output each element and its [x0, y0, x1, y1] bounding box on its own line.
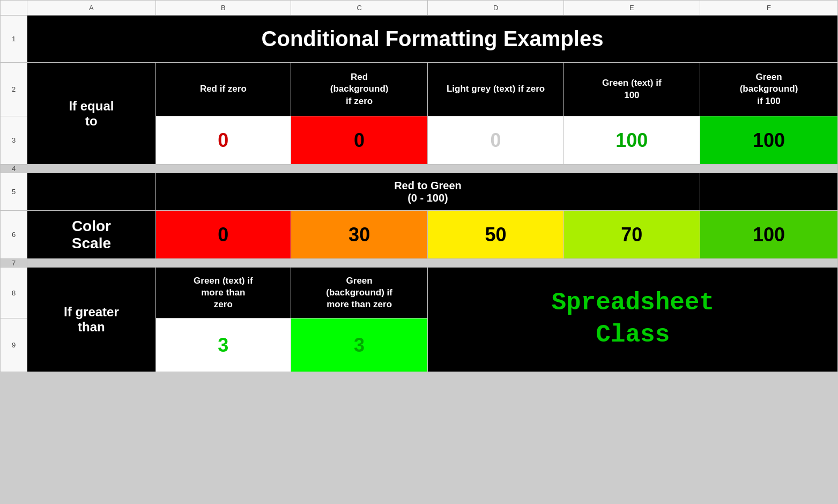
- cell-d3[interactable]: 0: [428, 116, 563, 165]
- cell-e3[interactable]: 100: [563, 116, 700, 165]
- section2-subtitle-row: 5 Red to Green(0 - 100): [1, 173, 838, 211]
- row-num-4: 4: [1, 165, 27, 173]
- cell-c6[interactable]: 30: [291, 211, 428, 259]
- col-header-f: F: [700, 1, 838, 16]
- col-b-header: Red if zero: [155, 63, 291, 116]
- cell-c9[interactable]: 3: [291, 318, 428, 372]
- section2-label: ColorScale: [27, 211, 156, 259]
- section2-values-row: 6 ColorScale 0 30 50 70 100: [1, 211, 838, 259]
- column-header-row: A B C D E F: [1, 1, 838, 16]
- divider-4: [27, 165, 838, 173]
- col-header-b: B: [155, 1, 291, 16]
- cell-b3[interactable]: 0: [155, 116, 291, 165]
- section1-header-row: 2 If equalto Red if zero Red(background)…: [1, 63, 838, 116]
- col-header-a: A: [27, 1, 156, 16]
- col-d-header: Light grey (text) if zero: [428, 63, 563, 116]
- divider-row-4: 4: [1, 165, 838, 173]
- title-cell: Conditional Formatting Examples: [27, 16, 838, 63]
- section1-label: If equalto: [27, 63, 156, 165]
- row-num-1: 1: [1, 16, 27, 63]
- row-num-9: 9: [1, 318, 27, 372]
- cell-b6[interactable]: 0: [155, 211, 291, 259]
- title-row: 1 Conditional Formatting Examples: [1, 16, 838, 63]
- corner-cell: [1, 1, 27, 16]
- cell-c3[interactable]: 0: [291, 116, 428, 165]
- col-header-c: C: [291, 1, 428, 16]
- col-b-header-3: Green (text) ifmore thanzero: [155, 268, 291, 318]
- col-c-header: Red(background)if zero: [291, 63, 428, 116]
- row-num-3: 3: [1, 116, 27, 165]
- section2-label-bg: [27, 173, 156, 211]
- col-header-d: D: [428, 1, 563, 16]
- cell-d6[interactable]: 50: [428, 211, 563, 259]
- logo-cell: SpreadsheetClass: [428, 268, 838, 372]
- divider-row-7: 7: [1, 259, 838, 268]
- row-num-2: 2: [1, 63, 27, 116]
- col-e-header: Green (text) if100: [563, 63, 700, 116]
- row-num-6: 6: [1, 211, 27, 259]
- cell-e6[interactable]: 70: [563, 211, 700, 259]
- row-num-5: 5: [1, 173, 27, 211]
- row-num-8: 8: [1, 268, 27, 318]
- cell-b9[interactable]: 3: [155, 318, 291, 372]
- section3-header-row: 8 If greaterthan Green (text) ifmore tha…: [1, 268, 838, 318]
- row-num-7: 7: [1, 259, 27, 268]
- section3-label: If greaterthan: [27, 268, 156, 372]
- divider-7: [27, 259, 838, 268]
- color-scale-subtitle: Red to Green(0 - 100): [155, 173, 700, 211]
- col-header-e: E: [563, 1, 700, 16]
- color-scale-subtitle-ext: [700, 173, 838, 211]
- col-c-header-3: Green(background) ifmore than zero: [291, 268, 428, 318]
- col-f-header: Green(background)if 100: [700, 63, 838, 116]
- cell-f6[interactable]: 100: [700, 211, 838, 259]
- cell-f3[interactable]: 100: [700, 116, 838, 165]
